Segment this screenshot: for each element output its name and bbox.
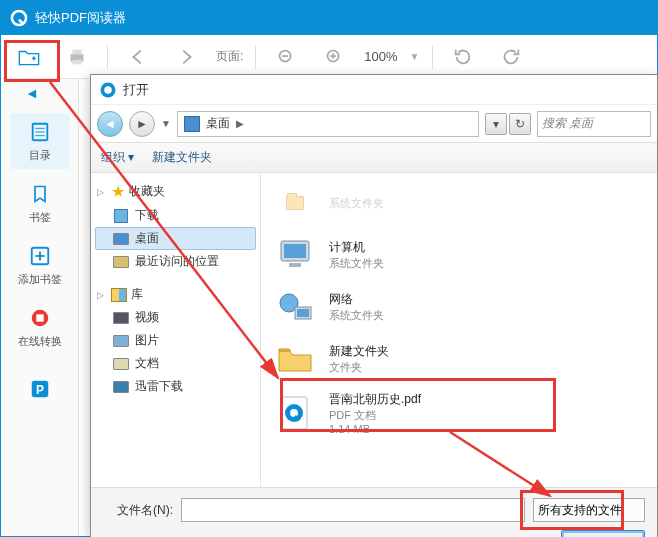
refresh-button[interactable]: ↻: [509, 113, 531, 135]
tree-label: 收藏夹: [129, 183, 165, 200]
generic-icon: [273, 183, 317, 223]
list-item-name: 计算机: [329, 239, 384, 256]
search-placeholder: 搜索 桌面: [542, 115, 593, 132]
desktop-icon: [184, 116, 200, 132]
next-page-button[interactable]: [168, 41, 204, 73]
app-toolbar: 页面: 100% ▼: [1, 35, 657, 79]
p-icon: P: [28, 377, 52, 401]
expand-icon: ▷: [97, 290, 107, 300]
svg-rect-28: [297, 309, 309, 317]
tree-node-label: 文档: [135, 355, 159, 372]
new-folder-button[interactable]: 新建文件夹: [152, 149, 212, 166]
sidebar-item-label: 添加书签: [18, 272, 62, 287]
list-item-new-folder[interactable]: 新建文件夹文件夹: [269, 333, 649, 385]
sidebar-item-toc[interactable]: 目录: [10, 113, 70, 169]
breadcrumb[interactable]: 桌面 ▶: [177, 111, 479, 137]
filename-label: 文件名(N):: [103, 502, 173, 519]
toolbar-separator: [432, 45, 433, 69]
tree-node-label: 视频: [135, 309, 159, 326]
zoom-value: 100%: [364, 49, 397, 64]
rotate-right-button[interactable]: [493, 41, 529, 73]
network-icon: [273, 287, 317, 327]
open-button[interactable]: 打开(O): [561, 530, 645, 537]
zoom-dropdown-icon[interactable]: ▼: [410, 51, 420, 62]
svg-text:P: P: [36, 383, 44, 397]
sidebar-item-label: 在线转换: [18, 334, 62, 349]
search-input[interactable]: 搜索 桌面: [537, 111, 651, 137]
tree-node-downloads[interactable]: 下载: [95, 204, 256, 227]
star-icon: ★: [111, 182, 125, 201]
rotate-left-button[interactable]: [445, 41, 481, 73]
bookmark-icon: [28, 182, 52, 206]
sidebar-collapse-icon[interactable]: ◄: [25, 85, 39, 101]
list-item-pdf-file[interactable]: 晋南北朝历史.pdf PDF 文档 1.14 MB: [269, 385, 649, 441]
zoom-in-button[interactable]: [316, 41, 352, 73]
document-icon: [113, 358, 129, 370]
svg-point-22: [104, 86, 112, 94]
sidebar-item-convert[interactable]: 在线转换: [10, 299, 70, 355]
sidebar-item-label: 书签: [29, 210, 51, 225]
desktop-icon: [113, 233, 129, 245]
print-button[interactable]: [59, 41, 95, 73]
list-item-network[interactable]: 网络系统文件夹: [269, 281, 649, 333]
list-item-sub: PDF 文档: [329, 408, 421, 423]
organize-menu[interactable]: 组织 ▾: [101, 149, 134, 166]
sidebar: ◄ 目录 书签 添加书签 在线转换 P: [1, 79, 79, 536]
tree-node-xunlei[interactable]: 迅雷下载: [95, 375, 256, 398]
xunlei-icon: [113, 381, 129, 393]
sidebar-item-bookmarks[interactable]: 书签: [10, 175, 70, 231]
pdf-file-icon: [273, 393, 317, 433]
app-logo-icon: [9, 8, 29, 28]
toc-icon: [28, 120, 52, 144]
file-list: 系统文件夹 计算机系统文件夹 网络系统文件夹 新建文件夹文件夹 晋南北朝历史.p…: [261, 173, 657, 487]
dialog-titlebar: 打开: [91, 75, 657, 105]
dialog-bottom: 文件名(N): 所有支持的文件 打开(O): [91, 487, 657, 537]
list-item-name: 网络: [329, 291, 384, 308]
prev-page-button[interactable]: [120, 41, 156, 73]
tree-node-documents[interactable]: 文档: [95, 352, 256, 375]
dialog-nav: ◄ ► ▼ 桌面 ▶ ▾ ↻ 搜索 桌面: [91, 105, 657, 143]
filetype-value: 所有支持的文件: [538, 502, 622, 519]
toolbar-separator: [255, 45, 256, 69]
nav-back-button[interactable]: ◄: [97, 111, 123, 137]
list-item-name: 晋南北朝历史.pdf: [329, 391, 421, 408]
dialog-toolbar: 组织 ▾ 新建文件夹: [91, 143, 657, 173]
page-label: 页面:: [216, 48, 243, 65]
filename-input[interactable]: [181, 498, 525, 522]
dialog-body: ▷ ★ 收藏夹 下载 桌面 最近访问的位置 ▷ 库 视频 图片 文档 迅雷下载: [91, 173, 657, 487]
list-item-size: 1.14 MB: [329, 423, 421, 435]
tree-node-label: 桌面: [135, 230, 159, 247]
tree-libraries[interactable]: ▷ 库: [95, 283, 256, 306]
toolbar-separator: [107, 45, 108, 69]
add-bookmark-icon: [28, 244, 52, 268]
tree-node-label: 最近访问的位置: [135, 253, 219, 270]
breadcrumb-location: 桌面: [206, 115, 230, 132]
tree-node-label: 迅雷下载: [135, 378, 183, 395]
filetype-select[interactable]: 所有支持的文件: [533, 498, 645, 522]
folder-icon: [273, 339, 317, 379]
nav-history-icon[interactable]: ▼: [161, 118, 171, 129]
nav-forward-button[interactable]: ►: [129, 111, 155, 137]
zoom-out-button[interactable]: [268, 41, 304, 73]
list-item-sub: 系统文件夹: [329, 308, 384, 323]
library-icon: [111, 288, 127, 302]
download-icon: [114, 209, 128, 223]
tree-node-label: 图片: [135, 332, 159, 349]
app-title: 轻快PDF阅读器: [35, 9, 126, 27]
recent-icon: [113, 256, 129, 268]
breadcrumb-dropdown-button[interactable]: ▾: [485, 113, 507, 135]
dialog-app-icon: [99, 81, 117, 99]
sidebar-item-add-bookmark[interactable]: 添加书签: [10, 237, 70, 293]
tree-node-pictures[interactable]: 图片: [95, 329, 256, 352]
list-item-name: 新建文件夹: [329, 343, 389, 360]
sidebar-item-extra[interactable]: P: [10, 361, 70, 417]
video-icon: [113, 312, 129, 324]
tree-node-videos[interactable]: 视频: [95, 306, 256, 329]
chevron-right-icon: ▶: [236, 118, 244, 129]
tree-node-desktop[interactable]: 桌面: [95, 227, 256, 250]
list-item[interactable]: 系统文件夹: [269, 177, 649, 229]
open-file-button[interactable]: [11, 41, 47, 73]
tree-favorites[interactable]: ▷ ★ 收藏夹: [95, 179, 256, 204]
tree-node-recent[interactable]: 最近访问的位置: [95, 250, 256, 273]
list-item-computer[interactable]: 计算机系统文件夹: [269, 229, 649, 281]
